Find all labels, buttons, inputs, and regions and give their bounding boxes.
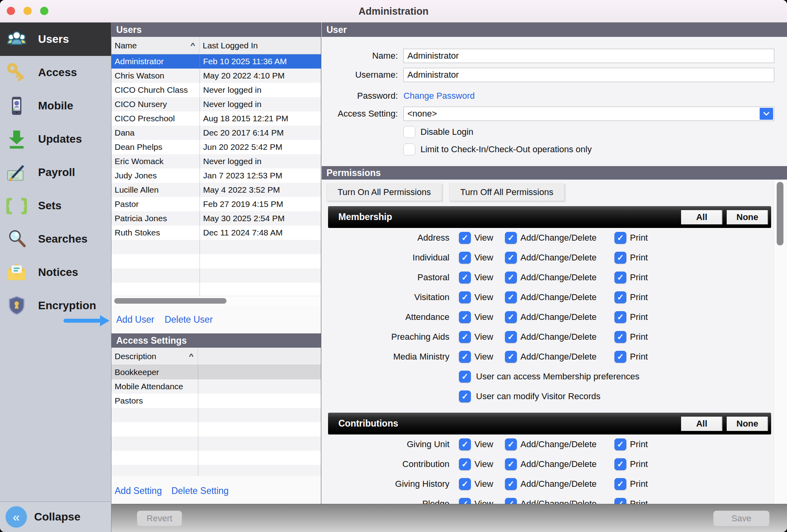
view-checkbox[interactable] — [459, 351, 471, 363]
contributions-none-button[interactable]: None — [727, 417, 768, 431]
user-row[interactable]: Lucille Allen May 4 2022 3:52 PM — [111, 183, 321, 197]
option-checkbox[interactable] — [459, 371, 471, 383]
users-horizontal-scrollbar-thumb[interactable] — [114, 298, 227, 304]
access-setting-dropdown[interactable]: <none> — [403, 107, 774, 121]
permissions-vertical-scrollbar[interactable] — [774, 180, 787, 504]
sidebar-item-mobile[interactable]: Mobile — [0, 89, 111, 122]
sidebar-item-searches[interactable]: Searches — [0, 222, 111, 256]
add-user-link[interactable]: Add User — [116, 314, 154, 325]
users-horizontal-scrollbar[interactable] — [111, 296, 321, 306]
add-change-delete-checkbox[interactable] — [505, 272, 517, 283]
close-window-icon[interactable] — [7, 7, 15, 15]
login-option-checkboxes: Disable Login Limit to Check-In/Check-Ou… — [403, 123, 592, 158]
sidebar-item-notices[interactable]: Notices — [0, 256, 111, 289]
membership-all-button[interactable]: All — [681, 210, 722, 224]
add-change-delete-checkbox[interactable] — [505, 291, 517, 303]
membership-extra-option: User can modify Visitor Records — [322, 387, 787, 406]
view-checkbox[interactable] — [459, 478, 471, 490]
sidebar-item-payroll[interactable]: Payroll — [0, 156, 111, 189]
users-table: Administrator Feb 10 2025 11:36 AM Chris… — [111, 54, 321, 296]
sidebar-item-users[interactable]: Users — [0, 23, 111, 56]
delete-setting-link[interactable]: Delete Setting — [171, 486, 228, 496]
access-setting-row[interactable]: Mobile Attendance — [111, 379, 321, 394]
user-row[interactable]: Patricia Jones May 30 2025 2:54 PM — [111, 211, 321, 226]
sidebar-item-sets[interactable]: { } Sets — [0, 189, 111, 222]
save-button[interactable]: Save — [713, 511, 770, 526]
view-checkbox[interactable] — [459, 458, 471, 470]
user-row[interactable]: Dean Phelps Jun 20 2022 5:42 PM — [111, 140, 321, 154]
user-row[interactable]: CICO Nursery Never logged in — [111, 97, 321, 111]
user-row[interactable]: Eric Womack Never logged in — [111, 154, 321, 168]
view-checkbox[interactable] — [459, 331, 471, 343]
user-row[interactable]: Judy Jones Jan 7 2023 12:53 PM — [111, 168, 321, 183]
sort-ascending-icon: ^ — [190, 42, 195, 49]
users-panel-header: Users — [111, 23, 321, 37]
print-checkbox[interactable] — [614, 252, 626, 264]
print-checkbox[interactable] — [614, 351, 626, 363]
add-change-delete-checkbox[interactable] — [505, 252, 517, 264]
annotation-arrow — [63, 315, 109, 326]
turn-on-all-permissions-button[interactable]: Turn On All Permissions — [326, 184, 442, 201]
access-setting-row[interactable]: Bookkeeper — [111, 365, 321, 379]
user-form: Name: Administrator Username: Administra… — [322, 37, 787, 166]
user-row[interactable]: CICO Church Class Never logged in — [111, 83, 321, 97]
username-field[interactable]: Administrator — [403, 68, 774, 82]
user-row[interactable]: Dana Dec 20 2017 6:14 PM — [111, 126, 321, 140]
permission-row: Pledge View Add/Change/Delete Print — [322, 494, 787, 504]
login-option-row: Disable Login — [403, 123, 592, 141]
print-checkbox[interactable] — [614, 331, 626, 343]
collapse-button[interactable]: « — [6, 506, 27, 528]
view-checkbox[interactable] — [459, 311, 471, 323]
print-checkbox[interactable] — [614, 232, 626, 244]
print-checkbox[interactable] — [614, 478, 626, 490]
access-settings-actions: Add Setting Delete Setting — [111, 476, 321, 506]
user-row[interactable]: CICO Preschool Aug 18 2015 12:21 PM — [111, 111, 321, 126]
minimize-window-icon[interactable] — [23, 7, 32, 15]
add-change-delete-checkbox[interactable] — [505, 331, 517, 343]
add-change-delete-checkbox[interactable] — [505, 458, 517, 470]
add-setting-link[interactable]: Add Setting — [115, 486, 162, 496]
name-column-header[interactable]: Name ^ — [111, 37, 200, 54]
user-row[interactable]: Chris Watson May 20 2022 4:10 PM — [111, 69, 321, 83]
sidebar-item-access[interactable]: Access — [0, 56, 111, 89]
revert-button[interactable]: Revert — [137, 511, 182, 526]
collapse-footer: « Collapse — [0, 501, 111, 532]
option-checkbox[interactable] — [459, 390, 471, 402]
zoom-window-icon[interactable] — [40, 7, 48, 15]
print-checkbox[interactable] — [614, 291, 626, 303]
option-checkbox[interactable] — [403, 126, 415, 138]
add-change-delete-checkbox[interactable] — [505, 498, 517, 504]
add-change-delete-checkbox[interactable] — [505, 311, 517, 323]
print-checkbox[interactable] — [614, 438, 626, 450]
view-checkbox[interactable] — [459, 272, 471, 283]
change-password-link[interactable]: Change Password — [403, 91, 475, 101]
permissions-scrollbar-thumb[interactable] — [777, 182, 783, 245]
view-checkbox[interactable] — [459, 232, 471, 244]
view-checkbox[interactable] — [459, 438, 471, 450]
name-field[interactable]: Administrator — [403, 49, 774, 63]
delete-user-link[interactable]: Delete User — [165, 314, 213, 325]
view-checkbox[interactable] — [459, 252, 471, 264]
view-checkbox[interactable] — [459, 498, 471, 504]
sidebar-item-updates[interactable]: Updates — [0, 122, 111, 156]
print-checkbox[interactable] — [614, 458, 626, 470]
contributions-all-button[interactable]: All — [681, 417, 722, 431]
add-change-delete-checkbox[interactable] — [505, 478, 517, 490]
add-change-delete-checkbox[interactable] — [505, 351, 517, 363]
user-row[interactable]: Ruth Stokes Dec 11 2024 7:48 AM — [111, 226, 321, 240]
option-checkbox[interactable] — [403, 144, 415, 155]
add-change-delete-checkbox[interactable] — [505, 438, 517, 450]
add-change-delete-checkbox[interactable] — [505, 232, 517, 244]
chevron-down-icon[interactable] — [760, 108, 773, 120]
user-row[interactable]: Administrator Feb 10 2025 11:36 AM — [111, 54, 321, 69]
print-checkbox[interactable] — [614, 272, 626, 283]
last-logged-in-column-header[interactable]: Last Logged In — [200, 37, 321, 54]
view-checkbox[interactable] — [459, 291, 471, 303]
user-row[interactable]: Pastor Feb 27 2019 4:15 PM — [111, 197, 321, 211]
turn-off-all-permissions-button[interactable]: Turn Off All Permissions — [449, 184, 564, 201]
print-checkbox[interactable] — [614, 498, 626, 504]
access-setting-row[interactable]: Pastors — [111, 394, 321, 408]
membership-none-button[interactable]: None — [727, 210, 768, 224]
description-column-header[interactable]: Description ^ — [111, 348, 198, 365]
print-checkbox[interactable] — [614, 311, 626, 323]
